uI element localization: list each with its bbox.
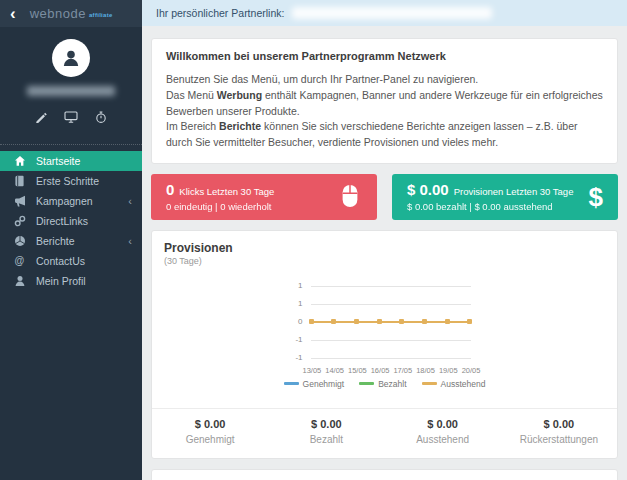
provisions-stat-text: $ 0.00Provisionen Letzten 30 Tage $ 0.00…	[407, 181, 573, 212]
menu-label: ContactUs	[36, 255, 132, 267]
menu-label: Mein Profil	[36, 275, 132, 287]
x-tick-label: 13/05	[303, 366, 322, 375]
legend-item-genehmigt[interactable]: Genehmigt	[284, 379, 345, 389]
x-tick-label: 16/05	[371, 366, 390, 375]
username-blurred	[27, 86, 115, 96]
x-tick-label: 14/05	[325, 366, 344, 375]
user-icon	[13, 275, 26, 287]
avatar[interactable]	[52, 39, 90, 77]
x-tick-label: 18/05	[416, 366, 435, 375]
home-icon	[13, 155, 26, 167]
sidebar-menu: Startseite Erste Schritte Kampagnen ‹ Di…	[0, 144, 142, 291]
at-sign-icon: @	[13, 256, 26, 266]
partnerlink-label: Ihr persönlicher Partnerlink:	[156, 7, 284, 19]
sidebar-item-contactus[interactable]: @ ContactUs	[0, 251, 142, 271]
gridline	[311, 340, 471, 341]
welcome-line3: Im Bereich Berichte können Sie sich vers…	[166, 119, 603, 151]
clicks-stat-card[interactable]: 0Klicks Letzten 30 Tage 0 eindeutig | 0 …	[151, 174, 377, 220]
provisions-chart-card: Provisionen (30 Tage) 1 1 0 -1 -1	[151, 230, 618, 459]
topbar: Ihr persönlicher Partnerlink:	[142, 0, 627, 26]
menu-label: Berichte	[36, 235, 118, 247]
welcome-text: Benutzen Sie das Menü, um durch Ihr Part…	[166, 72, 603, 151]
chart-summary-row: $ 0.00 Genehmigt $ 0.00 Bezahlt $ 0.00 A…	[152, 408, 617, 458]
data-point-marker	[467, 319, 472, 324]
edit-pencil-icon[interactable]	[35, 111, 47, 123]
sidebar-item-directlinks[interactable]: DirectLinks	[0, 211, 142, 231]
chart-title: Provisionen	[164, 241, 605, 255]
x-tick-label: 20/05	[462, 366, 481, 375]
data-point-marker	[309, 319, 314, 324]
y-tick-label: 1	[279, 282, 303, 290]
chart-subtitle: (30 Tage)	[164, 256, 605, 266]
data-point-marker	[422, 319, 427, 324]
y-tick-label: -1	[279, 336, 303, 344]
timer-icon[interactable]	[95, 111, 107, 123]
clicks-title: Klicks Letzten 30 Tage	[179, 186, 274, 197]
legend-swatch	[284, 382, 299, 385]
gridline	[311, 358, 471, 359]
summary-genehmigt: $ 0.00 Genehmigt	[152, 418, 268, 445]
welcome-line1: Benutzen Sie das Menü, um durch Ihr Part…	[166, 72, 603, 88]
collapse-sidebar-icon[interactable]: ‹	[10, 5, 16, 22]
main-content: Willkommen bei unserem Partnerprogramm N…	[142, 26, 627, 480]
chevron-left-icon: ‹	[128, 195, 132, 207]
gridline	[311, 286, 471, 287]
provisions-sub: $ 0.00 bezahlt | $ 0.00 ausstehend	[407, 201, 573, 212]
sidebar-item-erste-schritte[interactable]: Erste Schritte	[0, 171, 142, 191]
data-point-marker	[445, 319, 450, 324]
mouse-icon	[338, 183, 362, 210]
data-point-marker	[377, 319, 382, 324]
data-point-marker	[399, 319, 404, 324]
profile-section	[0, 27, 142, 135]
sidebar-item-mein-profil[interactable]: Mein Profil	[0, 271, 142, 291]
webnode-logo: webnodeaffiliate	[30, 6, 113, 21]
chevron-left-icon: ‹	[128, 235, 132, 247]
stats-row: 0Klicks Letzten 30 Tage 0 eindeutig | 0 …	[151, 174, 618, 220]
legend-item-ausstehend[interactable]: Ausstehend	[422, 379, 486, 389]
chain-links-icon	[13, 215, 26, 227]
profile-tools	[0, 111, 142, 123]
welcome-title: Willkommen bei unserem Partnerprogramm N…	[166, 50, 603, 62]
book-icon	[13, 175, 26, 187]
sidebar: ‹ webnodeaffiliate	[0, 0, 142, 480]
provisions-value: $ 0.00	[407, 181, 449, 198]
shortcuts-card: Affiliate panel tutorial video Mein Prof…	[151, 469, 618, 480]
sidebar-item-berichte[interactable]: Berichte ‹	[0, 231, 142, 251]
clicks-sub: 0 eindeutig | 0 wiederholt	[166, 201, 274, 212]
chart-markers	[309, 319, 473, 324]
clicks-stat-text: 0Klicks Letzten 30 Tage 0 eindeutig | 0 …	[166, 181, 274, 212]
legend-swatch	[359, 382, 374, 385]
clicks-value: 0	[166, 181, 174, 198]
menu-label: DirectLinks	[36, 215, 132, 227]
x-tick-label: 15/05	[348, 366, 367, 375]
legend-item-bezahlt[interactable]: Bezahlt	[359, 379, 406, 389]
x-axis-labels: 13/05 14/05 15/05 16/05 17/05 18/05 19/0…	[303, 366, 481, 375]
sidebar-header: ‹ webnodeaffiliate	[0, 0, 142, 27]
logo-suffix: affiliate	[89, 12, 113, 18]
data-point-marker	[354, 319, 359, 324]
chart-legend: Genehmigt Bezahlt Ausstehend	[259, 379, 511, 389]
y-tick-label: 1	[279, 300, 303, 308]
welcome-card: Willkommen bei unserem Partnerprogramm N…	[151, 38, 618, 164]
partnerlink-value-blurred[interactable]	[292, 7, 492, 19]
gridline	[311, 304, 471, 305]
monitor-icon[interactable]	[64, 111, 78, 123]
menu-label: Erste Schritte	[36, 175, 132, 187]
y-tick-label: 0	[279, 318, 303, 326]
user-icon	[61, 48, 81, 68]
y-tick-label: -1	[279, 354, 303, 362]
x-tick-label: 19/05	[439, 366, 458, 375]
affiliate-dashboard: ‹ webnodeaffiliate	[0, 0, 627, 480]
summary-rueckerstattungen: $ 0.00 Rückerstattungen	[501, 418, 617, 445]
sidebar-item-startseite[interactable]: Startseite	[0, 151, 142, 171]
menu-label: Startseite	[36, 155, 132, 167]
x-tick-label: 17/05	[393, 366, 412, 375]
menu-label: Kampagnen	[36, 195, 118, 207]
data-point-marker	[331, 319, 336, 324]
summary-ausstehend: $ 0.00 Ausstehend	[385, 418, 501, 445]
sidebar-item-kampagnen[interactable]: Kampagnen ‹	[0, 191, 142, 211]
legend-swatch	[422, 382, 437, 385]
bullhorn-icon	[13, 195, 26, 207]
pie-chart-icon	[13, 235, 26, 247]
provisions-stat-card[interactable]: $ 0.00Provisionen Letzten 30 Tage $ 0.00…	[392, 174, 618, 220]
